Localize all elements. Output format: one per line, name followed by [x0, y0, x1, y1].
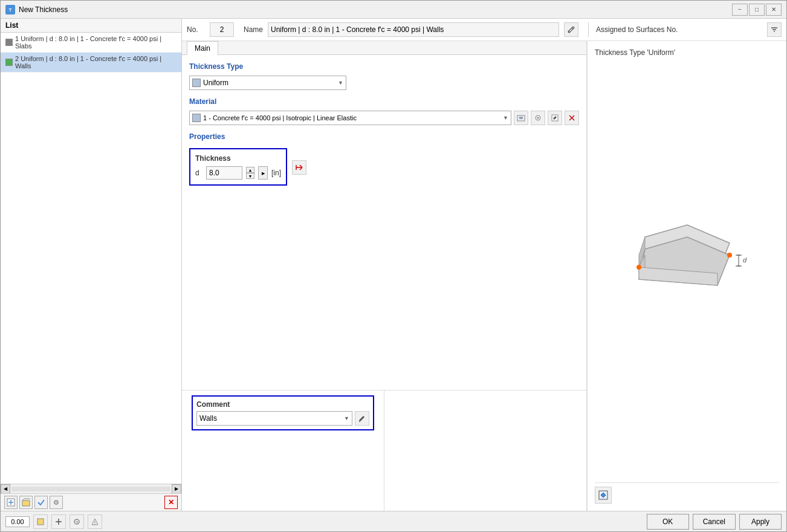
thickness-type-arrow: ▼: [338, 80, 343, 86]
ok-button[interactable]: OK: [647, 514, 689, 530]
spin-right[interactable]: ▶: [258, 166, 268, 180]
thickness-type-color: [192, 79, 201, 87]
title-bar: T New Thickness − □ ✕: [1, 1, 786, 19]
app-icon: T: [5, 5, 15, 15]
material-edit-button[interactable]: [548, 111, 562, 125]
status-icon-2[interactable]: [51, 514, 66, 529]
thickness-type-wrapper: Uniform ▼: [189, 76, 346, 90]
comment-edit-button[interactable]: [355, 411, 369, 426]
item-color-2: [5, 59, 13, 66]
delete-button[interactable]: ✕: [164, 496, 178, 509]
no-label: No.: [187, 25, 205, 34]
material-input-row: 1 - Concrete f'c = 4000 psi | Isotropic …: [189, 111, 579, 125]
comment-arrow: ▼: [344, 415, 349, 421]
material-delete-button[interactable]: [565, 111, 579, 125]
minimize-button[interactable]: −: [732, 4, 748, 16]
material-dropdown[interactable]: 1 - Concrete f'c = 4000 psi | Isotropic …: [189, 111, 511, 125]
d-label: d: [195, 169, 202, 177]
bottom-panel-2: [384, 391, 586, 511]
main-window: T New Thickness − □ ✕ List 1 Uniform | d…: [0, 0, 787, 532]
window-title: New Thickness: [19, 5, 728, 14]
settings-button[interactable]: [50, 496, 63, 509]
material-library-button[interactable]: [514, 111, 528, 125]
thickness-type-dropdown[interactable]: Uniform ▼: [189, 76, 346, 90]
properties-box: Thickness d ▲ ▼ ▶: [189, 148, 287, 186]
material-arrow: ▼: [503, 115, 508, 121]
material-view-button[interactable]: [531, 111, 545, 125]
surface-assign-button[interactable]: [595, 487, 612, 504]
svg-point-17: [537, 117, 539, 119]
open-item-button[interactable]: [19, 496, 33, 509]
check-button[interactable]: [34, 496, 48, 509]
content-area: No. Name Assigned to Surfaces No.: [182, 19, 786, 511]
properties-label: Properties: [189, 132, 579, 141]
thickness-type-label: Thickness Type: [189, 62, 579, 71]
spin-up[interactable]: ▲: [246, 167, 254, 173]
cancel-button[interactable]: Cancel: [693, 514, 736, 530]
scroll-left[interactable]: ◀: [1, 484, 10, 494]
tab-main[interactable]: Main: [187, 41, 218, 55]
status-icon-1[interactable]: [33, 514, 48, 529]
svg-point-32: [727, 253, 732, 258]
comment-container: Comment Walls ▼: [187, 395, 379, 430]
assigned-label: Assigned to Surfaces No.: [596, 25, 767, 34]
material-row: Material 1 - Concrete f'c = 4000 psi | I…: [189, 97, 579, 125]
d-input[interactable]: [206, 166, 242, 180]
title-buttons: − □ ✕: [732, 4, 782, 16]
svg-rect-5: [22, 501, 30, 506]
list-items: 1 Uniform | d : 8.0 in | 1 - Concrete f'…: [1, 33, 181, 484]
horizontal-scrollbar[interactable]: ◀ ▶: [1, 484, 181, 493]
scroll-right[interactable]: ▶: [172, 484, 181, 494]
no-input[interactable]: [210, 22, 234, 37]
thickness-type-value: Uniform: [203, 79, 338, 87]
close-button[interactable]: ✕: [766, 4, 782, 16]
preview-graphic: d: [595, 64, 779, 482]
svg-point-31: [636, 265, 641, 270]
two-panels: Main Thickness Type Uniform ▼: [182, 41, 786, 511]
comment-row: Walls ▼: [196, 411, 369, 426]
comment-label: Comment: [196, 400, 369, 409]
list-header: List: [1, 19, 181, 33]
spinner-buttons: ▲ ▼: [246, 167, 254, 179]
svg-point-46: [94, 524, 96, 525]
list-item-selected[interactable]: 2 Uniform | d : 8.0 in | 1 - Concrete f'…: [1, 53, 181, 73]
material-label: Material: [189, 97, 579, 106]
thickness-shape-svg: d: [609, 213, 766, 334]
svg-rect-40: [37, 519, 44, 525]
spin-down[interactable]: ▼: [246, 173, 254, 179]
comment-dropdown[interactable]: Walls ▼: [196, 411, 352, 426]
thickness-title: Thickness: [195, 154, 281, 163]
status-value: 0.00: [5, 516, 30, 527]
assigned-settings-button[interactable]: [767, 22, 782, 37]
properties-row: Properties Thickness d ▲: [189, 132, 579, 186]
status-icon-4[interactable]: [88, 514, 102, 529]
bottom-preview-area: [595, 482, 779, 504]
list-item-label-2: 2 Uniform | d : 8.0 in | 1 - Concrete f'…: [15, 55, 177, 70]
scroll-track: [11, 487, 170, 491]
maximize-button[interactable]: □: [749, 4, 765, 16]
name-input[interactable]: [268, 22, 559, 37]
new-item-button[interactable]: [4, 496, 18, 509]
form-content: Thickness Type Uniform ▼ Ma: [182, 55, 586, 390]
comment-box: Comment Walls ▼: [192, 395, 374, 430]
svg-text:T: T: [9, 7, 12, 13]
name-label: Name: [244, 25, 263, 34]
svg-text:?: ?: [76, 520, 79, 525]
material-value: 1 - Concrete f'c = 4000 psi | Isotropic …: [203, 114, 503, 122]
status-bar: 0.00 ? OK Cancel Apply: [1, 511, 786, 531]
bottom-panel-1: Comment Walls ▼: [182, 391, 384, 511]
thickness-link-button[interactable]: [292, 160, 306, 175]
list-toolbar: ✕: [1, 493, 181, 511]
list-item[interactable]: 1 Uniform | d : 8.0 in | 1 - Concrete f'…: [1, 33, 181, 53]
bottom-form-panels: Comment Walls ▼: [182, 390, 586, 511]
main-area: List 1 Uniform | d : 8.0 in | 1 - Concre…: [1, 19, 786, 511]
status-icon-3[interactable]: ?: [70, 514, 84, 529]
material-color: [192, 114, 201, 122]
preview-title: Thickness Type 'Uniform': [595, 48, 779, 57]
d-unit: [in]: [271, 169, 281, 177]
list-item-label-1: 1 Uniform | d : 8.0 in | 1 - Concrete f'…: [15, 35, 177, 50]
svg-line-8: [572, 28, 573, 29]
thickness-input-row: d ▲ ▼ ▶ [in]: [195, 166, 281, 180]
apply-button[interactable]: Apply: [739, 514, 782, 530]
edit-name-button[interactable]: [564, 22, 578, 37]
